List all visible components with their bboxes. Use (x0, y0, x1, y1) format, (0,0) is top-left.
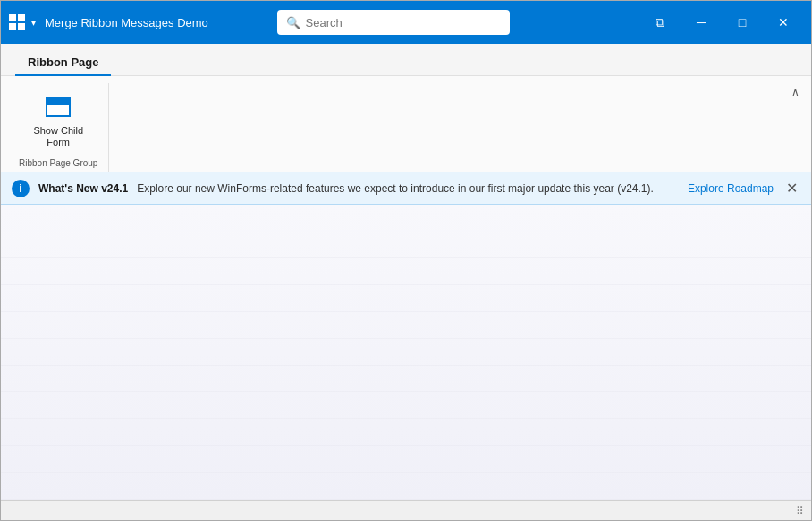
info-icon: i (12, 180, 30, 197)
svg-rect-3 (18, 23, 25, 30)
titlebar-search-box[interactable]: 🔍 (277, 10, 510, 35)
main-window: ▾ Merge Ribbon Messages Demo 🔍 ⧉ ─ □ ✕ R… (0, 0, 812, 521)
info-banner: i What's New v24.1 Explore our new WinFo… (1, 172, 811, 205)
main-content-area (1, 205, 811, 500)
banner-title: What's New v24.1 (38, 182, 128, 195)
show-child-form-button[interactable]: Show Child Form (25, 87, 91, 155)
minimize-button[interactable]: ─ (681, 1, 722, 44)
svg-rect-0 (9, 14, 16, 21)
titlebar-chevron-icon[interactable]: ▾ (31, 18, 36, 28)
ribbon-collapse-button[interactable]: ∧ (786, 83, 804, 101)
show-child-form-label: Show Child Form (33, 125, 83, 148)
banner-explore-link[interactable]: Explore Roadmap (688, 182, 774, 195)
search-input[interactable] (306, 16, 501, 29)
ribbon-group-buttons: Show Child Form (25, 87, 91, 155)
svg-rect-1 (18, 14, 25, 21)
close-button[interactable]: ✕ (763, 1, 804, 44)
windows-logo-icon (8, 13, 26, 31)
ribbon-page-tab[interactable]: Ribbon Page (15, 50, 111, 76)
restore-button[interactable]: ⧉ (639, 1, 681, 44)
titlebar-left: ▾ Merge Ribbon Messages Demo (8, 13, 208, 31)
resize-grip-icon: ⠿ (796, 505, 804, 517)
svg-rect-2 (9, 23, 16, 30)
ribbon-group-label: Ribbon Page Group (19, 155, 97, 172)
banner-close-button[interactable]: ✕ (782, 180, 800, 197)
titlebar-title: Merge Ribbon Messages Demo (45, 16, 208, 29)
titlebar-controls: ⧉ ─ □ ✕ (639, 1, 804, 44)
ribbon-content: Show Child Form Ribbon Page Group ∧ (1, 76, 811, 172)
banner-text: Explore our new WinForms-related feature… (137, 182, 679, 195)
ribbon-tabbar: Ribbon Page (1, 44, 811, 76)
titlebar: ▾ Merge Ribbon Messages Demo 🔍 ⧉ ─ □ ✕ (1, 1, 811, 44)
show-child-form-icon (44, 93, 72, 122)
statusbar: ⠿ (1, 500, 811, 520)
search-icon: 🔍 (286, 16, 300, 29)
maximize-button[interactable]: □ (722, 1, 763, 44)
ribbon-group: Show Child Form Ribbon Page Group (15, 83, 109, 172)
